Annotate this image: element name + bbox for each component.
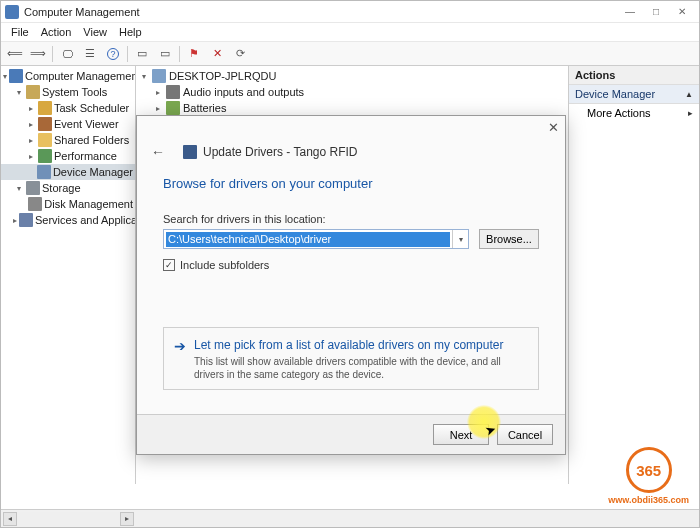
tool-properties-icon[interactable]: ☰ [79, 44, 101, 64]
tool-flag-icon[interactable]: ⚑ [183, 44, 205, 64]
option-title: Let me pick from a list of available dri… [194, 338, 528, 352]
chevron-right-icon: ▸ [688, 108, 693, 118]
tool-device-icon[interactable]: ▭ [154, 44, 176, 64]
separator [52, 46, 53, 62]
collapse-icon[interactable]: ▾ [13, 87, 24, 98]
expand-icon[interactable]: ▸ [25, 151, 36, 162]
expand-icon[interactable]: ▸ [25, 103, 36, 114]
actions-pane: Actions Device Manager ▲ More Actions ▸ [569, 66, 699, 484]
cancel-button[interactable]: Cancel [497, 424, 553, 445]
expand-icon[interactable]: ▸ [25, 119, 36, 130]
toolbar: ⟸ ⟹ 🖵 ☰ ? ▭ ▭ ⚑ ✕ ⟳ [1, 42, 699, 66]
tree-disk-management[interactable]: Disk Management [1, 196, 135, 212]
tree-system-tools[interactable]: ▾ System Tools [1, 84, 135, 100]
tree-label: Services and Applications [35, 214, 136, 226]
tree-label: Shared Folders [54, 134, 129, 146]
audio-icon [166, 85, 180, 99]
clock-icon [38, 101, 52, 115]
menu-help[interactable]: Help [113, 26, 148, 38]
back-button[interactable]: ← [147, 142, 169, 162]
window-title: Computer Management [24, 6, 617, 18]
device-audio[interactable]: ▸ Audio inputs and outputs [136, 84, 568, 100]
collapse-icon[interactable]: ▾ [3, 71, 7, 82]
action-label: More Actions [587, 107, 651, 119]
collapse-icon[interactable]: ▲ [685, 90, 693, 99]
tree-label: Computer Management (Local) [25, 70, 136, 82]
device-label: DESKTOP-JPLRQDU [169, 70, 276, 82]
menu-file[interactable]: File [5, 26, 35, 38]
tree-label: System Tools [42, 86, 107, 98]
actions-section-label: Device Manager [575, 88, 655, 100]
event-icon [38, 117, 52, 131]
scroll-track[interactable] [17, 512, 120, 526]
include-subfolders-label: Include subfolders [180, 259, 269, 271]
expand-icon[interactable]: ▸ [13, 215, 17, 226]
tool-remove-icon[interactable]: ✕ [206, 44, 228, 64]
scroll-right-button[interactable]: ▸ [120, 512, 134, 526]
minimize-button[interactable]: — [617, 3, 643, 21]
tree-storage[interactable]: ▾ Storage [1, 180, 135, 196]
console-tree[interactable]: ▾ Computer Management (Local) ▾ System T… [1, 66, 136, 484]
tree-event-viewer[interactable]: ▸ Event Viewer [1, 116, 135, 132]
actions-section[interactable]: Device Manager ▲ [569, 85, 699, 104]
next-button[interactable]: Next [433, 424, 489, 445]
pick-from-list-option[interactable]: ➔ Let me pick from a list of available d… [163, 327, 539, 390]
tool-monitor-icon[interactable]: ▭ [131, 44, 153, 64]
tree-root[interactable]: ▾ Computer Management (Local) [1, 68, 135, 84]
separator [127, 46, 128, 62]
device-label: Batteries [183, 102, 226, 114]
include-subfolders-row[interactable]: ✓ Include subfolders [163, 259, 539, 271]
tree-shared-folders[interactable]: ▸ Shared Folders [1, 132, 135, 148]
driver-path-value[interactable]: C:\Users\technical\Desktop\driver [166, 232, 450, 247]
device-icon [183, 145, 197, 159]
dialog-titlebar: ✕ [137, 116, 565, 138]
scroll-left-button[interactable]: ◂ [3, 512, 17, 526]
option-desc: This list will show available drivers co… [194, 355, 528, 381]
logo-url: www.obdii365.com [608, 495, 689, 505]
tree-label: Storage [42, 182, 81, 194]
expand-icon[interactable]: ▸ [25, 135, 36, 146]
path-label: Search for drivers in this location: [163, 213, 539, 225]
expand-icon[interactable] [25, 199, 26, 210]
collapse-icon[interactable]: ▾ [138, 72, 149, 81]
tree-task-scheduler[interactable]: ▸ Task Scheduler [1, 100, 135, 116]
expand-icon[interactable] [25, 167, 35, 178]
status-bar: ◂ ▸ [1, 509, 699, 527]
tree-label: Disk Management [44, 198, 133, 210]
browse-button[interactable]: Browse... [479, 229, 539, 249]
disk-icon [28, 197, 42, 211]
tree-label: Performance [54, 150, 117, 162]
app-icon [5, 5, 19, 19]
arrow-right-icon: ➔ [174, 338, 186, 381]
update-driver-dialog: ✕ ← Update Drivers - Tango RFID Browse f… [136, 115, 566, 455]
tree-device-manager[interactable]: Device Manager [1, 164, 135, 180]
maximize-button[interactable]: □ [643, 3, 669, 21]
dialog-heading: Browse for drivers on your computer [163, 176, 539, 191]
menu-view[interactable]: View [77, 26, 113, 38]
dialog-close-button[interactable]: ✕ [548, 120, 559, 135]
tool-help-icon[interactable]: ? [102, 44, 124, 64]
device-root[interactable]: ▾ DESKTOP-JPLRQDU [136, 68, 568, 84]
collapse-icon[interactable]: ▾ [13, 183, 24, 194]
tree-performance[interactable]: ▸ Performance [1, 148, 135, 164]
dialog-body: Browse for drivers on your computer Sear… [137, 176, 565, 390]
device-batteries[interactable]: ▸ Batteries [136, 100, 568, 116]
action-more[interactable]: More Actions ▸ [569, 104, 699, 122]
close-button[interactable]: ✕ [669, 3, 695, 21]
include-subfolders-checkbox[interactable]: ✓ [163, 259, 175, 271]
tool-update-icon[interactable]: ⟳ [229, 44, 251, 64]
expand-icon[interactable]: ▸ [152, 88, 163, 97]
nav-back-button[interactable]: ⟸ [4, 44, 26, 64]
expand-icon[interactable]: ▸ [152, 104, 163, 113]
actions-header: Actions [569, 66, 699, 85]
tool-scan-icon[interactable]: 🖵 [56, 44, 78, 64]
tree-label: Event Viewer [54, 118, 119, 130]
nav-fwd-button[interactable]: ⟹ [27, 44, 49, 64]
menu-action[interactable]: Action [35, 26, 78, 38]
horizontal-scrollbar[interactable]: ◂ ▸ [1, 512, 136, 526]
dropdown-button[interactable]: ▾ [452, 230, 468, 248]
driver-path-combo[interactable]: C:\Users\technical\Desktop\driver ▾ [163, 229, 469, 249]
computer-icon [152, 69, 166, 83]
tree-services-apps[interactable]: ▸ Services and Applications [1, 212, 135, 228]
title-bar: Computer Management — □ ✕ [1, 1, 699, 23]
